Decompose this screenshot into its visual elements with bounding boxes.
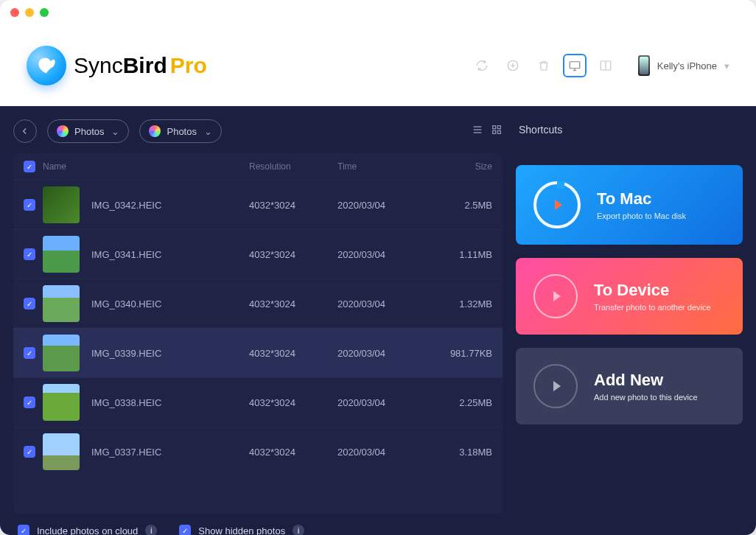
- file-resolution: 4032*3024: [249, 200, 337, 211]
- row-checkbox[interactable]: ✓: [24, 347, 35, 359]
- table-rows[interactable]: ✓IMG_0342.HEIC4032*30242020/03/042.5MB✓I…: [13, 180, 503, 514]
- list-view-icon[interactable]: [472, 124, 483, 139]
- titlebar: [0, 0, 756, 25]
- header: SyncBirdPro: [0, 25, 756, 106]
- col-size[interactable]: Size: [426, 161, 492, 172]
- shortcut-title: Add New: [594, 371, 698, 390]
- file-time: 2020/03/04: [337, 348, 426, 359]
- window-zoom-button[interactable]: [40, 8, 49, 17]
- file-resolution: 4032*3024: [249, 447, 337, 458]
- row-checkbox[interactable]: ✓: [24, 298, 35, 310]
- file-name: IMG_0339.HEIC: [91, 348, 161, 359]
- shortcuts-title: Shortcuts: [519, 124, 743, 136]
- shortcut-add-new[interactable]: Add New Add new photo to this device: [516, 348, 743, 424]
- main-body: Photos ⌄ Photos ⌄: [0, 106, 756, 535]
- shortcut-subtitle: Add new photo to this device: [594, 393, 698, 402]
- play-icon: [553, 381, 561, 391]
- shortcut-title: To Mac: [597, 189, 686, 209]
- photo-thumbnail: [43, 285, 80, 322]
- breadcrumb-pill-2[interactable]: Photos ⌄: [139, 119, 221, 143]
- file-time: 2020/03/04: [337, 200, 426, 211]
- chevron-down-icon: ▾: [724, 60, 729, 71]
- info-icon[interactable]: i: [145, 525, 157, 535]
- phone-icon: [638, 55, 650, 76]
- back-button[interactable]: [13, 119, 37, 143]
- row-checkbox[interactable]: ✓: [24, 199, 35, 211]
- col-name[interactable]: Name: [43, 161, 249, 172]
- table-row[interactable]: ✓IMG_0340.HEIC4032*30242020/03/041.32MB: [13, 279, 503, 328]
- file-name: IMG_0338.HEIC: [91, 397, 161, 408]
- table-row[interactable]: ✓IMG_0337.HEIC4032*30242020/03/043.18MB: [13, 427, 503, 476]
- info-icon[interactable]: i: [293, 525, 304, 535]
- progress-ring-icon: [533, 181, 581, 228]
- file-name: IMG_0340.HEIC: [91, 298, 161, 310]
- svg-rect-6: [497, 130, 500, 133]
- file-name: IMG_0337.HEIC: [91, 447, 161, 458]
- window-minimize-button[interactable]: [25, 8, 34, 17]
- table-row[interactable]: ✓IMG_0339.HEIC4032*30242020/03/04981.77K…: [13, 328, 503, 377]
- shortcut-to-device[interactable]: To Device Transfer photo to another devi…: [516, 258, 743, 335]
- refresh-button[interactable]: [472, 55, 492, 76]
- columns-button[interactable]: [595, 55, 616, 76]
- breadcrumb-pill-1[interactable]: Photos ⌄: [47, 119, 129, 143]
- left-panel: Photos ⌄ Photos ⌄: [13, 119, 503, 535]
- photo-thumbnail: [43, 186, 80, 223]
- window-close-button[interactable]: [10, 8, 19, 17]
- svg-rect-4: [497, 126, 500, 129]
- file-size: 2.25MB: [426, 397, 492, 408]
- footer-options: ✓ Include photos on cloud i ✓ Show hidde…: [13, 514, 503, 535]
- header-right: Kelly's iPhone ▾: [472, 55, 729, 76]
- play-icon: [553, 291, 561, 301]
- file-size: 1.32MB: [426, 298, 492, 310]
- file-size: 3.18MB: [426, 447, 492, 458]
- grid-view-icon[interactable]: [491, 124, 503, 139]
- breadcrumb: Photos ⌄ Photos ⌄: [13, 119, 503, 143]
- file-resolution: 4032*3024: [249, 249, 337, 260]
- col-time[interactable]: Time: [337, 161, 426, 172]
- photo-thumbnail: [43, 335, 80, 371]
- select-all-checkbox[interactable]: ✓: [24, 161, 35, 172]
- row-checkbox[interactable]: ✓: [24, 446, 35, 458]
- file-name: IMG_0342.HEIC: [91, 200, 161, 211]
- app-logo: SyncBirdPro: [27, 46, 207, 85]
- shortcut-subtitle: Transfer photo to another device: [594, 303, 711, 312]
- breadcrumb-label-2: Photos: [167, 126, 196, 137]
- photo-thumbnail: [43, 236, 80, 273]
- file-size: 1.11MB: [426, 249, 492, 260]
- include-cloud-checkbox[interactable]: ✓: [18, 525, 29, 535]
- svg-rect-5: [493, 130, 496, 133]
- view-toggle: [472, 124, 503, 139]
- svg-rect-3: [493, 126, 496, 129]
- row-checkbox[interactable]: ✓: [24, 396, 35, 408]
- ring-icon: [533, 274, 578, 318]
- add-button[interactable]: [503, 55, 523, 76]
- device-selector[interactable]: Kelly's iPhone ▾: [638, 55, 729, 76]
- chevron-down-icon: ⌄: [111, 126, 119, 137]
- photo-thumbnail: [43, 384, 80, 421]
- file-resolution: 4032*3024: [249, 397, 337, 408]
- device-label: Kelly's iPhone: [657, 60, 717, 71]
- table-row[interactable]: ✓IMG_0341.HEIC4032*30242020/03/041.11MB: [13, 229, 503, 279]
- photos-icon: [149, 125, 161, 137]
- display-button[interactable]: [564, 55, 585, 76]
- show-hidden-checkbox[interactable]: ✓: [179, 525, 191, 535]
- ring-icon: [533, 364, 578, 408]
- trash-button[interactable]: [533, 55, 554, 76]
- photo-table: ✓ Name Resolution Time Size ✓IMG_0342.HE…: [13, 153, 503, 514]
- table-row[interactable]: ✓IMG_0338.HEIC4032*30242020/03/042.25MB: [13, 377, 503, 427]
- breadcrumb-label-1: Photos: [74, 126, 104, 137]
- file-name: IMG_0341.HEIC: [91, 249, 161, 260]
- shortcut-to-mac[interactable]: To Mac Export photo to Mac disk: [516, 165, 743, 245]
- shortcut-title: To Device: [594, 281, 711, 300]
- toolbar: [472, 55, 616, 76]
- play-icon: [555, 200, 562, 210]
- table-row[interactable]: ✓IMG_0342.HEIC4032*30242020/03/042.5MB: [13, 180, 503, 229]
- chevron-down-icon: ⌄: [204, 126, 212, 137]
- logo-badge-icon: [27, 46, 66, 85]
- col-resolution[interactable]: Resolution: [249, 161, 337, 172]
- shortcut-subtitle: Export photo to Mac disk: [597, 211, 686, 220]
- file-time: 2020/03/04: [337, 397, 426, 408]
- app-window: SyncBirdPro: [0, 0, 756, 535]
- row-checkbox[interactable]: ✓: [24, 248, 35, 260]
- file-size: 981.77KB: [426, 348, 492, 359]
